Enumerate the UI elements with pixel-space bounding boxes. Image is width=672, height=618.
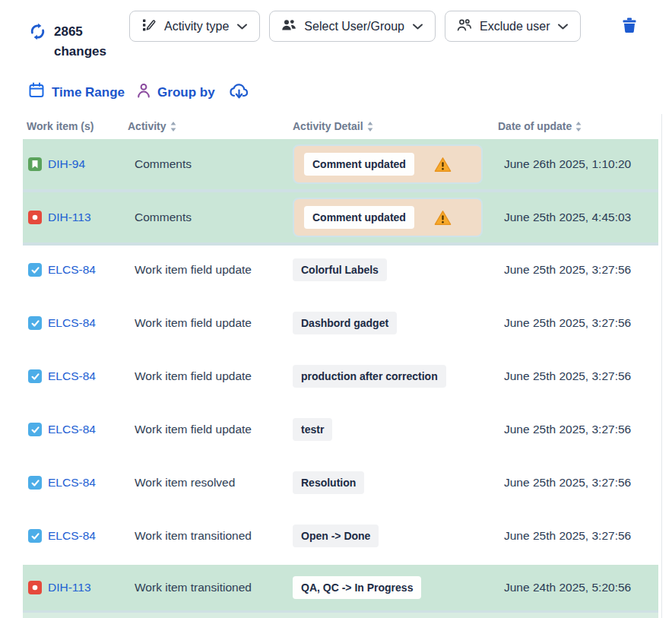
column-header-activity[interactable]: Activity — [128, 120, 293, 132]
chevron-down-icon — [236, 20, 248, 33]
work-item-cell: ELCS-84 — [28, 369, 135, 383]
bug-type-icon — [28, 211, 42, 224]
activity-detail-badge: production after correction — [293, 365, 446, 388]
work-item-cell: DIH-113 — [28, 211, 135, 224]
date-cell: June 25th 2025, 3:27:56 — [504, 316, 658, 330]
export-button[interactable] — [229, 82, 249, 103]
users-icon — [281, 18, 296, 35]
primary-toolbar: 2865 changes Activity type — [0, 0, 672, 62]
activity-detail-wrap: Comment updated — [293, 144, 483, 184]
date-cell: June 25th 2025, 3:27:56 — [504, 369, 658, 383]
activity-detail-cell: Colorful Labels — [293, 258, 504, 281]
bug-type-icon — [28, 581, 42, 594]
chevron-down-icon — [557, 20, 569, 33]
edit-list-icon — [141, 17, 157, 36]
activity-detail-badge: Colorful Labels — [293, 258, 387, 281]
work-item-link[interactable]: ELCS-84 — [48, 423, 96, 436]
scroll-area-divider — [661, 114, 662, 618]
column-header-activity-detail[interactable]: Activity Detail — [293, 120, 498, 132]
group-by-label: Group by — [157, 85, 215, 100]
activity-type-dropdown[interactable]: Activity type — [129, 11, 260, 42]
table-row: ELCS-84 Work item field update Dashbord … — [23, 299, 658, 347]
warning-icon — [434, 210, 452, 226]
work-item-link[interactable]: ELCS-84 — [48, 476, 96, 490]
task-type-icon — [28, 476, 42, 490]
table-row: DIH-113 Comments Comment updated June 25… — [23, 192, 658, 242]
column-header-date-of-update[interactable]: Date of update — [498, 120, 658, 132]
secondary-toolbar: Time Range Group by — [0, 62, 672, 103]
calendar-icon — [28, 82, 45, 103]
table-header: Work item (s) Activity Activity Detail D… — [23, 113, 658, 139]
table-row: ELCS-84 Work item field update productio… — [23, 352, 658, 401]
work-item-cell: ELCS-84 — [28, 423, 135, 436]
activity-cell: Work item transitioned — [135, 581, 293, 594]
person-icon — [137, 83, 151, 102]
work-item-cell: ELCS-84 — [28, 529, 135, 543]
activity-detail-cell: Comment updated — [293, 144, 504, 184]
task-type-icon — [28, 423, 42, 436]
filter-buttons: Activity type Select User/Group — [129, 11, 581, 42]
date-cell: June 25th 2025, 3:27:56 — [504, 476, 658, 490]
activity-detail-badge: QA, QC -> In Progress — [293, 576, 421, 599]
activity-detail-badge: Open -> Done — [293, 525, 379, 547]
work-item-link[interactable]: ELCS-84 — [48, 263, 96, 277]
activity-detail-cell: Resolution — [293, 471, 504, 494]
table-body: DIH-94 Comments Comment updated June 26t… — [23, 139, 658, 610]
activity-detail-cell: Dashbord gadget — [293, 312, 504, 334]
trash-button[interactable] — [620, 15, 639, 37]
activity-detail-wrap: testr — [293, 418, 332, 441]
activity-detail-cell: testr — [293, 418, 504, 441]
activity-detail-badge: Resolution — [293, 471, 364, 494]
date-cell: June 25th 2025, 3:27:56 — [504, 529, 658, 543]
sort-icon[interactable] — [575, 122, 582, 132]
activity-detail-cell: Open -> Done — [293, 525, 504, 547]
table-row: ELCS-84 Work item resolved Resolution Ju… — [23, 458, 658, 507]
task-type-icon — [28, 369, 42, 383]
task-type-icon — [28, 316, 42, 330]
time-range-button[interactable]: Time Range — [28, 82, 125, 103]
activity-cell: Work item field update — [135, 263, 293, 277]
sort-icon[interactable] — [367, 122, 373, 132]
work-item-link[interactable]: ELCS-84 — [48, 316, 96, 330]
date-cell: June 26th 2025, 1:10:20 — [504, 157, 658, 171]
activity-detail-cell: production after correction — [293, 365, 504, 388]
task-type-icon — [28, 263, 42, 277]
activity-detail-badge: Dashbord gadget — [293, 312, 397, 334]
activity-detail-cell: QA, QC -> In Progress — [293, 576, 504, 599]
date-cell: June 25th 2025, 4:45:03 — [504, 211, 658, 224]
cloud-download-icon — [229, 91, 249, 103]
partial-next-row — [23, 613, 658, 618]
work-item-link[interactable]: DIH-113 — [48, 581, 91, 594]
activity-type-label: Activity type — [164, 20, 229, 33]
refresh-icon[interactable] — [28, 22, 47, 62]
sort-icon[interactable] — [170, 122, 176, 132]
activity-detail-wrap: Resolution — [293, 471, 364, 494]
table-row: ELCS-84 Work item field update Colorful … — [23, 246, 658, 294]
work-item-cell: ELCS-84 — [28, 476, 135, 490]
column-header-work-item: Work item (s) — [27, 120, 128, 132]
warning-icon — [434, 157, 452, 173]
group-by-button[interactable]: Group by — [137, 83, 215, 102]
work-item-link[interactable]: ELCS-84 — [48, 529, 96, 543]
activity-cell: Work item transitioned — [135, 529, 293, 543]
changes-count-label: 2865 changes — [54, 22, 118, 62]
select-user-group-dropdown[interactable]: Select User/Group — [269, 11, 436, 42]
work-item-link[interactable]: DIH-94 — [48, 157, 85, 171]
table-row: DIH-94 Comments Comment updated June 26t… — [23, 139, 658, 189]
activity-detail-wrap: QA, QC -> In Progress — [293, 576, 421, 599]
exclude-user-dropdown[interactable]: Exclude user — [445, 11, 582, 42]
work-item-cell: DIH-113 — [28, 581, 135, 594]
work-item-link[interactable]: DIH-113 — [48, 211, 91, 224]
activity-detail-badge: testr — [293, 418, 332, 441]
activity-detail-wrap: Colorful Labels — [293, 258, 387, 281]
chevron-down-icon — [412, 20, 423, 33]
activity-cell: Work item field update — [135, 316, 293, 330]
activity-cell: Work item field update — [135, 369, 293, 383]
activity-detail-wrap: Open -> Done — [293, 525, 379, 547]
work-item-link[interactable]: ELCS-84 — [48, 369, 96, 383]
activity-cell: Comments — [135, 157, 293, 171]
activity-detail-wrap: production after correction — [293, 365, 446, 388]
exclude-user-label: Exclude user — [480, 20, 550, 33]
work-item-cell: ELCS-84 — [28, 316, 135, 330]
exclude-user-icon — [457, 18, 472, 35]
